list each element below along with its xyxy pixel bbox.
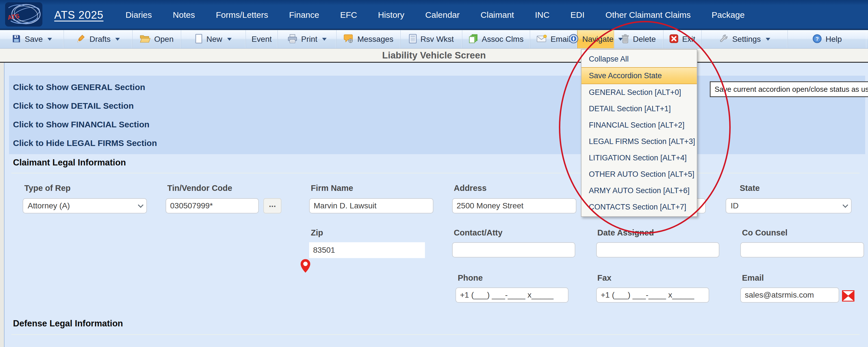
menu-item-financial-section[interactable]: FINANCIAL Section [ALT+2] <box>582 117 697 133</box>
settings-button[interactable]: Settings <box>702 30 788 48</box>
email-alert-icon[interactable] <box>842 290 855 303</box>
open-button[interactable]: Open <box>132 30 181 48</box>
email-input[interactable] <box>740 287 839 303</box>
tin-vendor-label: Tin/Vendor Code <box>167 183 232 193</box>
menu-item-detail-section[interactable]: DETAIL Section [ALT+1] <box>582 101 697 117</box>
open-label: Open <box>154 35 174 44</box>
nav-item-package[interactable]: Package <box>712 10 745 20</box>
chevron-down-icon <box>138 202 144 208</box>
settings-label: Settings <box>732 35 761 44</box>
ats-logo-icon: ATS <box>5 2 42 28</box>
email-label: Email <box>742 273 764 283</box>
nav-item-inc[interactable]: INC <box>535 10 550 20</box>
nav-item-finance[interactable]: Finance <box>289 10 319 20</box>
type-of-rep-label: Type of Rep <box>24 183 71 193</box>
accordion-financial-section[interactable]: Click to Show FINANCIAL Section <box>13 115 865 134</box>
menu-item-save-accordion-state[interactable]: Save Accordion State <box>582 67 697 84</box>
chevron-down-icon[interactable] <box>227 38 232 41</box>
exit-button[interactable]: Exit <box>663 30 702 48</box>
nav-item-other-claimant-claims[interactable]: Other Claimant Claims <box>606 10 691 20</box>
print-button[interactable]: Print <box>278 30 337 48</box>
floppy-disk-icon <box>11 34 21 45</box>
nav-item-calendar[interactable]: Calendar <box>425 10 460 20</box>
accordion-detail-section[interactable]: Click to Show DETAIL Section <box>13 97 865 115</box>
drafts-button[interactable]: Drafts <box>64 30 132 48</box>
svg-text:?: ? <box>815 36 818 42</box>
rsv-wkst-label: Rsv Wkst <box>421 35 454 44</box>
tin-vendor-input[interactable] <box>165 198 259 213</box>
top-navbar: ATS ATS 2025 Diaries Notes Forms/Letters… <box>0 0 868 30</box>
new-button[interactable]: New <box>181 30 246 48</box>
menu-item-legal-firms-section[interactable]: LEGAL FIRMS Section [ALT+3] <box>582 133 697 150</box>
brand-link[interactable]: ATS 2025 <box>54 9 103 21</box>
page-title: Liability Vehicle Screen <box>382 50 486 61</box>
menu-item-army-auto-section[interactable]: ARMY AUTO Section [ALT+6] <box>582 182 697 199</box>
section-divider <box>11 334 860 335</box>
map-pin-icon[interactable] <box>299 258 312 274</box>
assoc-clms-label: Assoc Clms <box>482 35 524 44</box>
help-icon: ? <box>812 34 822 45</box>
nav-item-efc[interactable]: EFC <box>340 10 357 20</box>
event-label: Event <box>251 35 272 44</box>
rsv-wkst-button[interactable]: Rsv Wkst <box>401 30 462 48</box>
email-toolbar-label: Email <box>550 35 570 44</box>
firm-name-input[interactable] <box>309 198 433 213</box>
help-label: Help <box>826 35 842 44</box>
delete-label: Delete <box>633 35 656 44</box>
zip-input[interactable] <box>309 242 425 258</box>
co-counsel-input[interactable] <box>740 242 864 257</box>
nav-item-claimant[interactable]: Claimant <box>480 10 514 20</box>
fax-input[interactable] <box>596 287 709 303</box>
nav-item-diaries[interactable]: Diaries <box>125 10 152 20</box>
phone-label: Phone <box>458 273 483 283</box>
state-select[interactable]: ID <box>725 198 851 213</box>
menu-item-collapse-all[interactable]: Collapse All <box>582 51 697 67</box>
app-window: ATS ATS 2025 Diaries Notes Forms/Letters… <box>0 0 868 347</box>
event-button[interactable]: Event <box>246 30 278 48</box>
chevron-down-icon[interactable] <box>766 38 770 41</box>
title-band: Liability Vehicle Screen <box>0 48 868 63</box>
section-divider <box>11 173 860 173</box>
type-of-rep-select[interactable]: Attorney (A) <box>23 198 147 213</box>
assoc-clms-button[interactable]: Assoc Clms <box>462 30 530 48</box>
phone-input[interactable] <box>456 287 568 303</box>
save-label: Save <box>25 35 43 44</box>
date-assigned-input[interactable] <box>596 242 719 257</box>
chevron-down-icon[interactable] <box>322 38 327 41</box>
new-page-icon <box>195 34 203 45</box>
chevron-down-icon[interactable] <box>48 38 52 41</box>
menu-item-other-auto-section[interactable]: OTHER AUTO Section [ALT+5] <box>582 166 697 182</box>
worksheet-icon <box>409 34 417 45</box>
state-label: State <box>740 183 760 193</box>
chevron-down-icon[interactable] <box>115 38 120 41</box>
tin-vendor-lookup-button[interactable]: ... <box>264 198 281 213</box>
nav-items: Diaries Notes Forms/Letters Finance EFC … <box>125 10 745 20</box>
nav-item-notes[interactable]: Notes <box>173 10 195 20</box>
address-label: Address <box>454 183 487 193</box>
contact-atty-label: Contact/Atty <box>454 228 502 238</box>
nav-item-forms-letters[interactable]: Forms/Letters <box>216 10 268 20</box>
accordion-legal-firms-section[interactable]: Click to Hide LEGAL FIRMS Section <box>13 134 865 152</box>
messages-label: Messages <box>358 35 394 44</box>
settings-wrench-icon <box>719 34 728 45</box>
navigate-dropdown-menu: Collapse All Save Accordion State GENERA… <box>581 49 698 217</box>
messages-bubble-icon <box>344 34 354 44</box>
contact-atty-input[interactable] <box>452 242 575 257</box>
zip-label: Zip <box>311 228 323 238</box>
address-input[interactable] <box>452 198 577 213</box>
help-button[interactable]: ? Help <box>788 30 866 48</box>
drafts-label: Drafts <box>90 35 111 44</box>
email-envelope-icon <box>536 34 547 44</box>
menu-item-litigation-section[interactable]: LITIGATION Section [ALT+4] <box>582 150 697 166</box>
menu-item-general-section[interactable]: GENERAL Section [ALT+0] <box>582 84 697 101</box>
save-button[interactable]: Save <box>0 30 64 48</box>
delete-button[interactable]: Delete <box>614 30 663 48</box>
chevron-down-icon <box>843 202 848 208</box>
exit-label: Exit <box>682 35 695 44</box>
messages-button[interactable]: Messages <box>337 30 401 48</box>
navigate-button[interactable]: Navigate <box>577 30 614 48</box>
nav-item-history[interactable]: History <box>378 10 404 20</box>
defense-legal-heading: Defense Legal Information <box>13 318 123 328</box>
nav-item-edi[interactable]: EDI <box>570 10 585 20</box>
menu-item-contacts-section[interactable]: CONTACTS Section [ALT+7] <box>582 199 697 215</box>
